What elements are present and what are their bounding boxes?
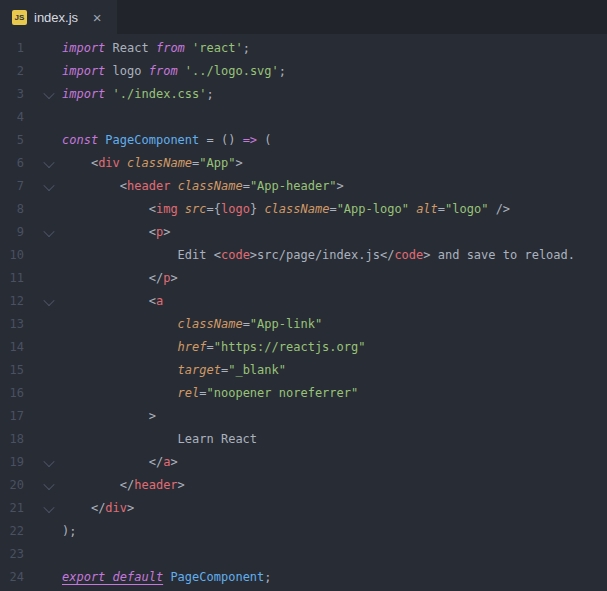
code-token: "https://reactjs.org" <box>214 340 366 354</box>
code-editor[interactable]: 1import React from 'react';2import logo … <box>0 34 607 589</box>
code-token: > <box>149 409 156 423</box>
code-text: </header> <box>62 474 185 497</box>
fold-column <box>24 520 62 543</box>
fold-chevron-icon[interactable] <box>43 294 54 305</box>
code-token: ; <box>243 41 250 55</box>
code-line[interactable]: 23 <box>0 543 607 566</box>
tab-indexjs[interactable]: JS index.js × <box>0 0 117 34</box>
code-token: "App-link" <box>250 317 322 331</box>
code-line[interactable]: 6 <div className="App"> <box>0 152 607 175</box>
code-token <box>62 386 178 400</box>
close-tab-icon[interactable]: × <box>87 7 107 27</box>
fold-chevron-icon[interactable] <box>43 156 54 167</box>
code-token: ; <box>264 570 271 584</box>
code-line[interactable]: 10 Edit <code>src/page/index.js</code> a… <box>0 244 607 267</box>
code-line[interactable]: 3import './index.css'; <box>0 83 607 106</box>
fold-chevron-icon[interactable] <box>43 501 54 512</box>
code-token: alt <box>416 202 438 216</box>
code-token: import <box>62 87 105 101</box>
code-line[interactable]: 22); <box>0 520 607 543</box>
code-token: > <box>170 455 177 469</box>
code-text: target="_blank" <box>62 359 286 382</box>
code-line[interactable]: 13 className="App-link" <box>0 313 607 336</box>
code-token: src <box>185 202 207 216</box>
code-token: "noopener noreferrer" <box>207 386 359 400</box>
line-number: 12 <box>0 290 24 313</box>
line-number: 22 <box>0 520 24 543</box>
code-text: Learn React <box>62 428 257 451</box>
code-token: "logo" <box>445 202 488 216</box>
line-number: 15 <box>0 359 24 382</box>
code-text: href="https://reactjs.org" <box>62 336 365 359</box>
fold-column <box>24 359 62 382</box>
line-number: 2 <box>0 60 24 83</box>
code-token <box>178 202 185 216</box>
code-token: = <box>329 202 336 216</box>
code-token: logo <box>105 64 148 78</box>
code-line[interactable]: 16 rel="noopener noreferrer" <box>0 382 607 405</box>
code-token: </ <box>91 501 105 515</box>
code-token: code <box>221 248 250 262</box>
code-token: from <box>156 41 185 55</box>
fold-chevron-icon[interactable] <box>43 455 54 466</box>
code-token: import <box>62 41 105 55</box>
code-line[interactable]: 19 </a> <box>0 451 607 474</box>
code-token: Edit <box>62 248 214 262</box>
fold-column <box>24 336 62 359</box>
code-line[interactable]: 15 target="_blank" <box>0 359 607 382</box>
code-token: < <box>149 225 156 239</box>
code-token: '../logo.svg' <box>185 64 279 78</box>
code-line[interactable]: 14 href="https://reactjs.org" <box>0 336 607 359</box>
code-token: className <box>127 156 192 170</box>
fold-chevron-icon[interactable] <box>43 225 54 236</box>
code-token: ); <box>62 524 76 538</box>
fold-column <box>24 221 62 244</box>
code-token: code <box>394 248 423 262</box>
code-token: "App" <box>199 156 235 170</box>
fold-column <box>24 543 62 566</box>
fold-column <box>24 175 62 198</box>
code-text: import logo from '../logo.svg'; <box>62 60 286 83</box>
fold-column <box>24 497 62 520</box>
code-token: = <box>207 340 214 354</box>
fold-chevron-icon[interactable] <box>43 478 54 489</box>
code-line[interactable]: 1import React from 'react'; <box>0 37 607 60</box>
code-line[interactable]: 2import logo from '../logo.svg'; <box>0 60 607 83</box>
code-line[interactable]: 9 <p> <box>0 221 607 244</box>
code-token: < <box>149 202 156 216</box>
line-number: 7 <box>0 175 24 198</box>
code-text: <header className="App-header"> <box>62 175 344 198</box>
code-text: ); <box>62 520 76 543</box>
code-line[interactable]: 5const PageComponent = () => ( <box>0 129 607 152</box>
code-token <box>62 271 149 285</box>
code-line[interactable]: 21 </div> <box>0 497 607 520</box>
code-line[interactable]: 12 <a <box>0 290 607 313</box>
code-line[interactable]: 18 Learn React <box>0 428 607 451</box>
code-line[interactable]: 17 > <box>0 405 607 428</box>
fold-column <box>24 405 62 428</box>
editor-tab-bar: JS index.js × <box>0 0 607 34</box>
code-token: header <box>134 478 177 492</box>
code-token <box>185 41 192 55</box>
code-line[interactable]: 11 </p> <box>0 267 607 290</box>
line-number: 10 <box>0 244 24 267</box>
fold-column <box>24 474 62 497</box>
code-lines: 1import React from 'react';2import logo … <box>0 37 607 589</box>
fold-column <box>24 106 62 129</box>
fold-chevron-icon[interactable] <box>43 87 54 98</box>
code-text: export default PageComponent; <box>62 566 272 589</box>
code-token: > <box>178 478 185 492</box>
fold-chevron-icon[interactable] <box>43 179 54 190</box>
code-line[interactable]: 4 <box>0 106 607 129</box>
line-number: 6 <box>0 152 24 175</box>
code-token: src/page/index.js <box>257 248 380 262</box>
code-token: div <box>105 501 127 515</box>
code-text: <div className="App"> <box>62 152 243 175</box>
fold-column <box>24 37 62 60</box>
code-line[interactable]: 20 </header> <box>0 474 607 497</box>
line-number: 23 <box>0 543 24 566</box>
code-line[interactable]: 24export default PageComponent; <box>0 566 607 589</box>
code-text: <p> <box>62 221 170 244</box>
code-line[interactable]: 8 <img src={logo} className="App-logo" a… <box>0 198 607 221</box>
code-line[interactable]: 7 <header className="App-header"> <box>0 175 607 198</box>
